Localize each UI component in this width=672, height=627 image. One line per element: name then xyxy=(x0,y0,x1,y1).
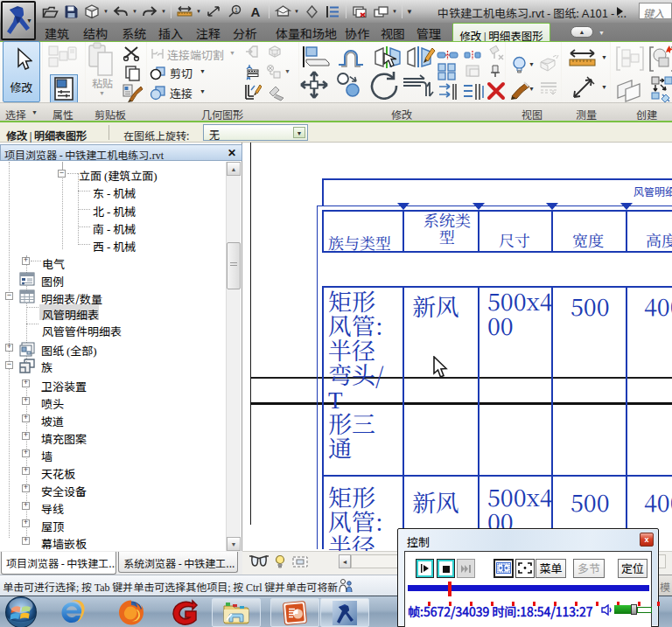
svg-text:1: 1 xyxy=(234,7,238,13)
